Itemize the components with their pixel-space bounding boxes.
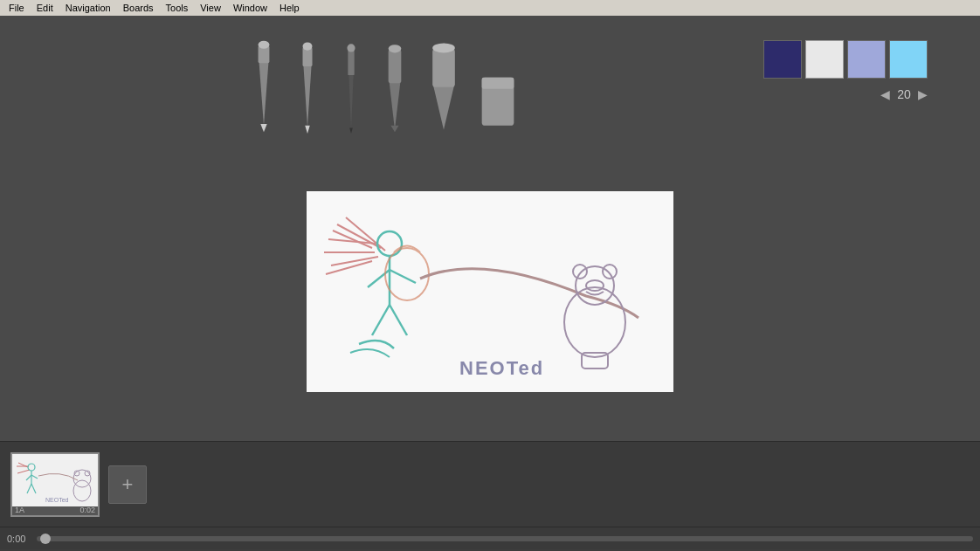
timeline-track[interactable] (37, 536, 973, 541)
svg-marker-8 (349, 73, 354, 129)
brush-size-increase[interactable]: ▶ (918, 87, 928, 101)
frame-time-1: 0:02 (79, 506, 95, 514)
color-swatch-1[interactable] (763, 40, 802, 79)
add-frame-button[interactable]: + (108, 465, 147, 504)
menu-navigation[interactable]: Navigation (60, 2, 116, 14)
menu-tools[interactable]: Tools (161, 2, 194, 14)
menu-edit[interactable]: Edit (31, 2, 59, 14)
tool-marker-2[interactable] (419, 29, 468, 134)
svg-rect-17 (432, 49, 455, 87)
tool-pencil-2[interactable] (288, 29, 327, 134)
svg-text:NEOTed: NEOTed (45, 497, 69, 503)
drawing-canvas[interactable]: NEOTed (307, 191, 673, 392)
svg-marker-15 (390, 126, 398, 132)
svg-marker-0 (259, 62, 269, 126)
menu-view[interactable]: View (195, 2, 226, 14)
tool-marker-1[interactable] (376, 29, 414, 134)
svg-marker-3 (260, 124, 266, 132)
svg-rect-20 (482, 78, 514, 89)
color-swatch-4[interactable] (889, 40, 928, 79)
canvas-area: NEOTed (0, 142, 980, 441)
tool-pencil-1[interactable] (245, 29, 283, 134)
svg-marker-16 (433, 86, 454, 129)
color-swatch-3[interactable] (847, 40, 886, 79)
film-frame-1[interactable]: NEOTed 1A 0:02 (10, 452, 100, 517)
svg-point-10 (347, 44, 355, 52)
svg-point-18 (432, 43, 455, 52)
color-swatch-2[interactable] (805, 40, 844, 79)
frame-label-1: 1A (15, 506, 24, 514)
tool-pen[interactable] (332, 29, 370, 134)
menu-boards[interactable]: Boards (118, 2, 159, 14)
svg-marker-12 (390, 81, 401, 129)
tool-eraser[interactable] (473, 29, 522, 134)
svg-point-6 (303, 43, 313, 51)
svg-point-2 (259, 41, 270, 49)
svg-marker-11 (349, 128, 353, 134)
toolbar: ◀ 20 ▶ (0, 16, 980, 142)
menu-window[interactable]: Window (228, 2, 273, 14)
brush-size-control: ◀ 20 ▶ (880, 87, 928, 101)
menubar: File Edit Navigation Boards Tools View W… (0, 0, 980, 16)
svg-rect-13 (389, 50, 402, 84)
brush-size-value: 20 (894, 87, 914, 101)
menu-file[interactable]: File (3, 2, 30, 14)
menu-help[interactable]: Help (274, 2, 305, 14)
svg-marker-4 (303, 65, 311, 127)
timeline-thumb[interactable] (40, 534, 51, 544)
svg-marker-7 (305, 126, 310, 134)
filmstrip: NEOTed 1A 0:02 + (0, 441, 980, 527)
time-display: 0:00 (7, 534, 31, 544)
svg-point-14 (389, 45, 402, 52)
timeline-bar: 0:00 (0, 527, 980, 549)
svg-rect-9 (348, 50, 354, 75)
color-swatches (763, 40, 928, 79)
svg-text:NEOTed: NEOTed (459, 357, 544, 379)
brush-size-decrease[interactable]: ◀ (880, 87, 890, 101)
